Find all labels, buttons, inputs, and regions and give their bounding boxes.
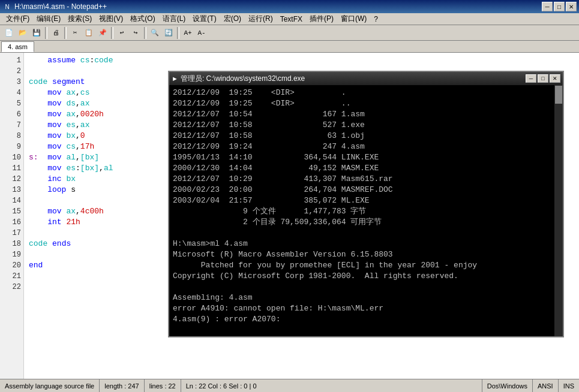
line-number: 21 <box>0 271 21 282</box>
line-numbers: 12345678910111213141516171819202122 <box>0 53 24 379</box>
status-position: Ln : 22 Col : 6 Sel : 0 | 0 <box>181 379 482 392</box>
cmd-scrollbar[interactable] <box>554 85 563 336</box>
line-number: 7 <box>0 120 21 131</box>
status-file-type: Assembly language source file <box>0 379 100 392</box>
cmd-scroll-thumb[interactable] <box>555 86 562 104</box>
cmd-icon: ► <box>172 75 178 82</box>
app-icon: N <box>2 2 12 11</box>
cmd-line: error A4910: cannot open file: H:\masm\M… <box>173 303 550 314</box>
line-number: 19 <box>0 249 21 260</box>
cmd-line: Copyright (C) Microsoft Corp 1981-2000. … <box>173 271 550 282</box>
close-button[interactable]: ✕ <box>566 2 577 11</box>
zoom-in-button[interactable]: A+ <box>181 26 194 40</box>
menu-edit[interactable]: 编辑(E) <box>33 13 64 25</box>
menu-bar: 文件(F) 编辑(E) 搜索(S) 视图(V) 格式(O) 语言(L) 设置(T… <box>0 13 579 25</box>
open-button[interactable]: 📂 <box>16 26 29 40</box>
menu-run[interactable]: 运行(R) <box>245 13 277 25</box>
cmd-line: 4.asm(9) : error A2070: <box>173 314 550 325</box>
tab-label: 4. asm <box>8 43 28 50</box>
line-number: 5 <box>0 98 21 109</box>
menu-settings[interactable]: 设置(T) <box>189 13 220 25</box>
line-number: 6 <box>0 109 21 120</box>
status-format: ANSI <box>533 379 559 392</box>
title-bar-left: N H:\masm\4.asm - Notepad++ <box>2 2 107 11</box>
line-number: 1 <box>0 55 21 66</box>
toolbar: 📄 📂 💾 🖨 ✂ 📋 📌 ↩ ↪ 🔍 🔄 A+ A- <box>0 25 579 41</box>
cmd-line: Microsoft (R) Macro Assembler Version 6.… <box>173 249 550 260</box>
cmd-minimize-button[interactable]: ─ <box>526 74 536 83</box>
minimize-button[interactable]: ─ <box>542 2 553 11</box>
zoom-out-button[interactable]: A- <box>195 26 208 40</box>
cmd-line: 9 个文件 1,477,783 字节 <box>173 206 550 217</box>
tab-4asm[interactable]: 4. asm <box>1 41 34 52</box>
menu-textfx[interactable]: TextFX <box>277 14 306 25</box>
cmd-line: 2012/12/09 19:24 247 4.asm <box>173 141 550 152</box>
cmd-line: 2012/12/09 19:25 <DIR> .. <box>173 98 550 109</box>
cmd-text-area: 2012/12/09 19:25 <DIR> .2012/12/09 19:25… <box>173 88 559 336</box>
toolbar-sep-4 <box>144 27 146 39</box>
cmd-line: 2012/12/07 10:58 63 1.obj <box>173 131 550 141</box>
line-number: 16 <box>0 217 21 228</box>
status-mode: INS <box>559 379 579 392</box>
cmd-line: 2003/02/04 21:57 385,072 ML.EXE <box>173 195 550 206</box>
print-button[interactable]: 🖨 <box>49 26 62 40</box>
redo-button[interactable]: ↪ <box>129 26 142 40</box>
find-button[interactable]: 🔍 <box>148 26 161 40</box>
cmd-line: 2000/02/23 20:00 264,704 MASMREF.DOC <box>173 185 550 195</box>
cmd-title: 管理员: C:\windows\system32\cmd.exe <box>181 74 305 84</box>
menu-language[interactable]: 语言(L) <box>159 13 190 25</box>
cmd-title-left: ► 管理员: C:\windows\system32\cmd.exe <box>172 74 305 84</box>
line-number: 9 <box>0 141 21 152</box>
title-bar: N H:\masm\4.asm - Notepad++ ─ □ ✕ <box>0 0 579 13</box>
cmd-line: H:\masm> <box>173 336 550 336</box>
menu-file[interactable]: 文件(F) <box>2 13 33 25</box>
code-line: assume cs:code <box>29 55 574 66</box>
line-number: 10 <box>0 152 21 163</box>
cmd-line: 2 个目录 79,509,336,064 可用字节 <box>173 217 550 228</box>
cmd-line: 2012/12/09 19:25 <DIR> . <box>173 88 550 98</box>
menu-macro[interactable]: 宏(O) <box>220 13 245 25</box>
cut-button[interactable]: ✂ <box>68 26 82 40</box>
menu-format[interactable]: 格式(O) <box>127 13 158 25</box>
toolbar-sep-2 <box>64 27 67 39</box>
menu-plugins[interactable]: 插件(P) <box>306 13 337 25</box>
line-number: 8 <box>0 131 21 141</box>
menu-view[interactable]: 视图(V) <box>95 13 127 25</box>
cmd-window: ► 管理员: C:\windows\system32\cmd.exe ─ □ ✕… <box>168 71 564 337</box>
status-bar: Assembly language source file length : 2… <box>0 379 579 392</box>
window-title: H:\masm\4.asm - Notepad++ <box>14 2 107 11</box>
line-number: 3 <box>0 77 21 88</box>
cmd-buttons: ─ □ ✕ <box>526 74 560 83</box>
line-number: 15 <box>0 206 21 217</box>
status-lines: lines : 22 <box>145 379 181 392</box>
line-number: 18 <box>0 239 21 249</box>
line-number: 2 <box>0 66 21 77</box>
cmd-line: Assembling: 4.asm <box>173 293 550 303</box>
cmd-line: 2000/12/30 14:04 49,152 MASM.EXE <box>173 163 550 174</box>
cmd-title-bar: ► 管理员: C:\windows\system32\cmd.exe ─ □ ✕ <box>169 72 563 85</box>
cmd-maximize-button[interactable]: □ <box>538 74 548 83</box>
undo-button[interactable]: ↩ <box>115 26 128 40</box>
line-number: 20 <box>0 260 21 271</box>
cmd-close-button[interactable]: ✕ <box>550 74 560 83</box>
cmd-content: 2012/12/09 19:25 <DIR> .2012/12/09 19:25… <box>169 85 563 336</box>
line-number: 17 <box>0 228 21 239</box>
line-number: 11 <box>0 163 21 174</box>
paste-button[interactable]: 📌 <box>96 26 109 40</box>
toolbar-sep-1 <box>45 27 47 39</box>
menu-help[interactable]: ? <box>370 14 382 25</box>
cmd-line: 2012/12/07 10:29 413,307 Masm615.rar <box>173 174 550 185</box>
save-button[interactable]: 💾 <box>30 26 43 40</box>
menu-window[interactable]: 窗口(W) <box>337 13 370 25</box>
status-encoding: Dos\Windows <box>482 379 533 392</box>
cmd-line: Patched for you by promethee [ECL] in th… <box>173 260 550 271</box>
replace-button[interactable]: 🔄 <box>162 26 175 40</box>
copy-button[interactable]: 📋 <box>82 26 95 40</box>
menu-search[interactable]: 搜索(S) <box>64 13 95 25</box>
maximize-button[interactable]: □ <box>554 2 565 11</box>
cmd-line <box>173 228 550 239</box>
line-number: 4 <box>0 88 21 98</box>
cmd-line <box>173 325 550 336</box>
new-button[interactable]: 📄 <box>2 26 16 40</box>
cmd-line: H:\masm>ml 4.asm <box>173 239 550 249</box>
